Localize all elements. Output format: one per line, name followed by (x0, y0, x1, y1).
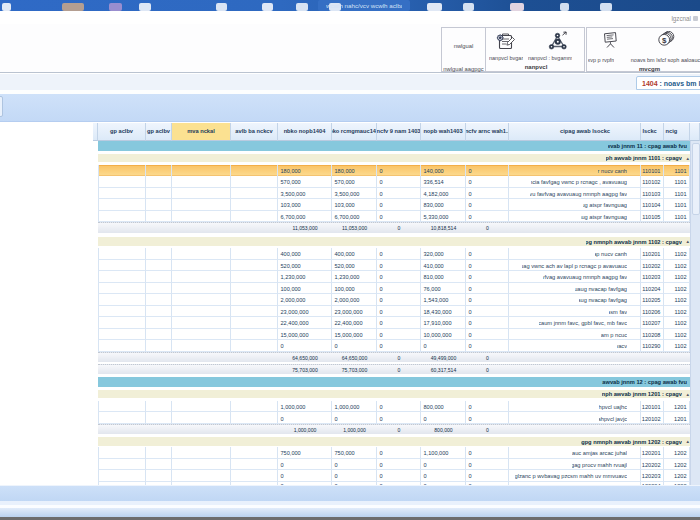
svg-text:$: $ (661, 35, 666, 44)
